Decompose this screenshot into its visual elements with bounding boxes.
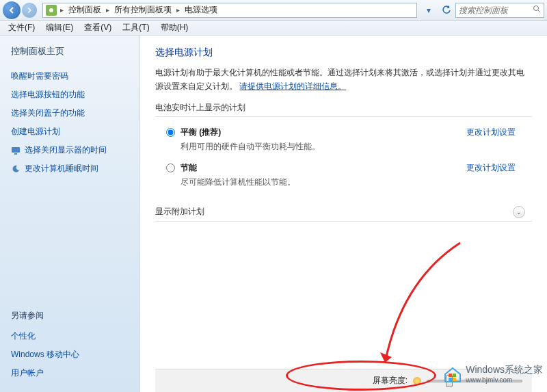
brightness-bar: 屏幕亮度: xyxy=(155,369,532,392)
brightness-label: 屏幕亮度: xyxy=(373,375,408,387)
plan-row-power-saver: 节能 尽可能降低计算机性能以节能。 更改计划设置 xyxy=(155,155,532,191)
breadcrumb-item[interactable]: 电源选项 xyxy=(182,4,220,16)
refresh-button[interactable] xyxy=(439,3,454,18)
plan-row-balanced: 平衡 (推荐) 利用可用的硬件自动平衡功耗与性能。 更改计划设置 xyxy=(155,120,532,155)
chevron-right-icon: ▸ xyxy=(174,6,182,14)
see-also-user-accounts[interactable]: 用户帐户 xyxy=(11,367,129,379)
back-button[interactable] xyxy=(3,1,21,19)
menu-view[interactable]: 查看(V) xyxy=(79,21,117,35)
sidebar-link-create-plan[interactable]: 创建电源计划 xyxy=(11,126,129,138)
sidebar-link-lid-close[interactable]: 选择关闭盖子的功能 xyxy=(11,107,129,119)
main-area: 控制面板主页 唤醒时需要密码 选择电源按钮的功能 选择关闭盖子的功能 创建电源计… xyxy=(0,36,547,392)
search-input[interactable] xyxy=(456,5,530,15)
sidebar-link-wake-password[interactable]: 唤醒时需要密码 xyxy=(11,70,129,82)
page-title: 选择电源计划 xyxy=(155,47,532,59)
plan-name: 节能 xyxy=(181,162,461,174)
change-plan-settings-link[interactable]: 更改计划设置 xyxy=(466,127,516,138)
breadcrumb[interactable]: ▸ 控制面板 ▸ 所有控制面板项 ▸ 电源选项 xyxy=(42,3,417,18)
brightness-dim-icon xyxy=(413,377,421,385)
menu-bar: 文件(F) 编辑(E) 查看(V) 工具(T) 帮助(H) xyxy=(0,21,547,36)
sidebar-link-sleep-time[interactable]: 更改计算机睡眠时间 xyxy=(11,163,129,174)
page-description: 电源计划有助于最大化计算机的性能或者节能。通过选择计划来将其激活，或选择计划并通… xyxy=(155,66,532,94)
plan-radio-balanced[interactable] xyxy=(166,128,175,137)
chevron-down-icon[interactable]: ⌄ xyxy=(513,206,525,218)
nav-buttons xyxy=(0,1,40,19)
slider-thumb[interactable] xyxy=(446,375,453,387)
menu-edit[interactable]: 编辑(E) xyxy=(40,21,79,35)
plan-description: 利用可用的硬件自动平衡功耗与性能。 xyxy=(181,141,461,153)
plan-radio-power-saver[interactable] xyxy=(166,164,175,172)
svg-point-0 xyxy=(534,6,539,11)
plan-details-link[interactable]: 请提供电源计划的详细信息。 xyxy=(239,81,346,91)
content-pane: 选择电源计划 电源计划有助于最大化计算机的性能或者节能。通过选择计划来将其激活，… xyxy=(140,36,547,392)
menu-tools[interactable]: 工具(T) xyxy=(117,21,155,35)
change-plan-settings-link[interactable]: 更改计划设置 xyxy=(466,162,516,174)
svg-rect-2 xyxy=(12,147,20,153)
moon-icon xyxy=(11,164,21,174)
show-additional-plans-row[interactable]: 显示附加计划 ⌄ xyxy=(155,206,532,222)
monitor-icon xyxy=(11,146,21,155)
brightness-slider[interactable] xyxy=(427,375,522,387)
forward-button[interactable] xyxy=(22,3,37,18)
see-also-label: 另请参阅 xyxy=(11,310,129,322)
expander-label: 显示附加计划 xyxy=(155,206,204,218)
menu-file[interactable]: 文件(F) xyxy=(3,21,40,35)
search-icon xyxy=(530,5,544,15)
control-panel-icon xyxy=(46,5,57,16)
plan-name: 平衡 (推荐) xyxy=(181,127,461,138)
sidebar-home[interactable]: 控制面板主页 xyxy=(11,45,129,57)
dropdown-button[interactable]: ▾ xyxy=(421,3,436,18)
plan-info: 平衡 (推荐) 利用可用的硬件自动平衡功耗与性能。 xyxy=(181,127,461,153)
address-bar: ▸ 控制面板 ▸ 所有控制面板项 ▸ 电源选项 ▾ xyxy=(0,0,547,21)
search-box[interactable] xyxy=(455,3,544,18)
svg-rect-3 xyxy=(14,153,17,155)
sidebar-link-display-off[interactable]: 选择关闭显示器的时间 xyxy=(11,144,129,156)
see-also-mobility-center[interactable]: Windows 移动中心 xyxy=(11,349,129,361)
sidebar-link-power-button[interactable]: 选择电源按钮的功能 xyxy=(11,89,129,101)
plan-description: 尽可能降低计算机性能以节能。 xyxy=(181,177,461,188)
plans-section-label: 电池安时计上显示的计划 xyxy=(155,102,532,117)
plan-info: 节能 尽可能降低计算机性能以节能。 xyxy=(181,162,461,188)
svg-line-1 xyxy=(538,10,540,12)
sidebar: 控制面板主页 唤醒时需要密码 选择电源按钮的功能 选择关闭盖子的功能 创建电源计… xyxy=(0,36,140,392)
chevron-right-icon: ▸ xyxy=(104,6,111,14)
breadcrumb-item[interactable]: 所有控制面板项 xyxy=(111,4,174,16)
breadcrumb-item[interactable]: 控制面板 xyxy=(66,4,104,16)
chevron-right-icon: ▸ xyxy=(58,6,66,14)
see-also-personalization[interactable]: 个性化 xyxy=(11,330,129,342)
menu-help[interactable]: 帮助(H) xyxy=(155,21,194,35)
